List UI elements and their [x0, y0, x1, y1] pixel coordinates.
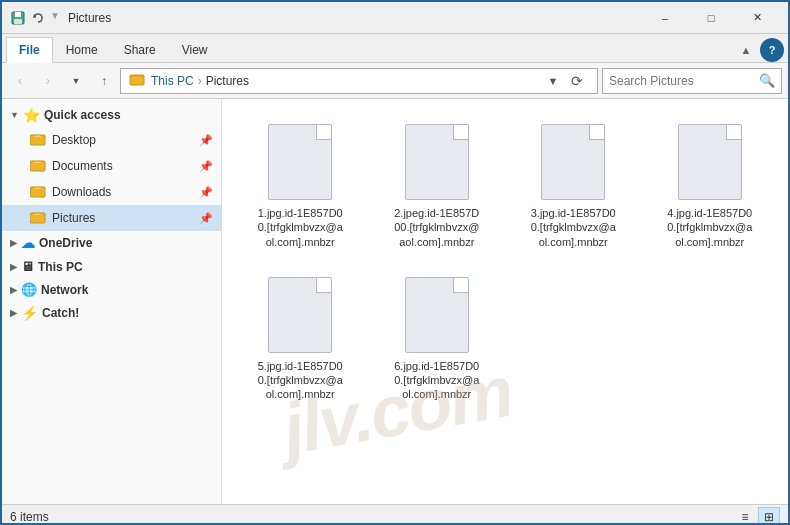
file-item-4[interactable]: 4.jpg.id-1E857D00.[trfgklmbvzx@aol.com].… — [646, 113, 775, 258]
sidebar-item-desktop[interactable]: Desktop 📌 — [2, 127, 221, 153]
tab-share[interactable]: Share — [111, 36, 169, 62]
this-pc-icon: 🖥 — [21, 259, 34, 274]
address-bar: ‹ › ▼ ↑ This PC › Pictures ▼ ⟳ 🔍 — [2, 63, 788, 99]
file-item-1[interactable]: 1.jpg.id-1E857D00.[trfgklmbvzx@aol.com].… — [236, 113, 365, 258]
help-button[interactable]: ? — [760, 38, 784, 62]
file-page-5 — [268, 277, 332, 353]
ribbon-collapse-button[interactable]: ▲ — [734, 38, 758, 62]
file-icon-2 — [397, 122, 477, 202]
save-icon[interactable] — [10, 10, 26, 26]
search-box[interactable]: 🔍 — [602, 68, 782, 94]
file-grid: 1.jpg.id-1E857D00.[trfgklmbvzx@aol.com].… — [232, 109, 778, 415]
pin-icon-documents: 📌 — [199, 160, 213, 173]
pictures-folder-icon — [30, 210, 46, 227]
forward-button[interactable]: › — [36, 69, 60, 93]
back-button[interactable]: ‹ — [8, 69, 32, 93]
file-icon-4 — [670, 122, 750, 202]
file-item-6[interactable]: 6.jpg.id-1E857D00.[trfgklmbvzx@aol.com].… — [373, 266, 502, 411]
file-icon-5 — [260, 275, 340, 355]
window-title: Pictures — [68, 11, 642, 25]
chevron-down-icon: ▼ — [10, 110, 19, 120]
title-bar: ▼ Pictures – □ ✕ — [2, 2, 788, 34]
svg-rect-1 — [15, 12, 21, 17]
file-name-2: 2.jpeg.id-1E857D00.[trfgklmbvzx@aol.com]… — [394, 206, 479, 249]
sidebar-section-quick-access[interactable]: ▼ ⭐ Quick access — [2, 103, 221, 127]
file-name-3: 3.jpg.id-1E857D00.[trfgklmbvzx@aol.com].… — [531, 206, 616, 249]
file-name-5: 5.jpg.id-1E857D00.[trfgklmbvzx@aol.com].… — [258, 359, 343, 402]
file-icon-6 — [397, 275, 477, 355]
sidebar-label-desktop: Desktop — [52, 133, 96, 147]
file-name-1: 1.jpg.id-1E857D00.[trfgklmbvzx@aol.com].… — [258, 206, 343, 249]
ribbon-tabs: File Home Share View ▲ ? — [2, 34, 788, 62]
pin-icon-desktop: 📌 — [199, 134, 213, 147]
sidebar-section-label-catch: Catch! — [42, 306, 79, 320]
onedrive-cloud-icon: ☁ — [21, 235, 35, 251]
title-bar-controls: – □ ✕ — [642, 2, 780, 34]
dropdown-nav-button[interactable]: ▼ — [64, 69, 88, 93]
pin-icon-pictures: 📌 — [199, 212, 213, 225]
file-icon-3 — [533, 122, 613, 202]
path-sep-1: › — [198, 74, 202, 88]
downloads-folder-icon — [30, 184, 46, 201]
up-button[interactable]: ↑ — [92, 69, 116, 93]
file-icon-1 — [260, 122, 340, 202]
grid-view-button[interactable]: ⊞ — [758, 507, 780, 526]
path-icon — [129, 71, 145, 90]
documents-folder-icon — [30, 158, 46, 175]
sidebar-section-label-quick-access: Quick access — [44, 108, 121, 122]
refresh-button[interactable]: ⟳ — [565, 69, 589, 93]
file-item-3[interactable]: 3.jpg.id-1E857D00.[trfgklmbvzx@aol.com].… — [509, 113, 638, 258]
quick-access-star-icon: ⭐ — [23, 107, 40, 123]
search-icon: 🔍 — [759, 73, 775, 88]
item-count: 6 items — [10, 510, 49, 524]
file-page-4 — [678, 124, 742, 200]
sidebar-section-catch[interactable]: ▶ ⚡ Catch! — [2, 301, 221, 325]
status-bar-right: ≡ ⊞ — [734, 507, 780, 526]
sidebar-item-downloads[interactable]: Downloads 📌 — [2, 179, 221, 205]
file-item-5[interactable]: 5.jpg.id-1E857D00.[trfgklmbvzx@aol.com].… — [236, 266, 365, 411]
chevron-right-icon-2: ▶ — [10, 262, 17, 272]
desktop-folder-icon — [30, 132, 46, 149]
chevron-right-icon: ▶ — [10, 238, 17, 248]
file-page-2 — [405, 124, 469, 200]
sidebar-label-documents: Documents — [52, 159, 113, 173]
content-area: 1.jpg.id-1E857D00.[trfgklmbvzx@aol.com].… — [222, 99, 788, 504]
pin-icon-downloads: 📌 — [199, 186, 213, 199]
tab-view[interactable]: View — [169, 36, 221, 62]
path-dropdown-button[interactable]: ▼ — [541, 69, 565, 93]
file-item-2[interactable]: 2.jpeg.id-1E857D00.[trfgklmbvzx@aol.com]… — [373, 113, 502, 258]
sidebar: ▼ ⭐ Quick access Desktop 📌 Documents 📌 D… — [2, 99, 222, 504]
sidebar-section-label-this-pc: This PC — [38, 260, 83, 274]
tab-home[interactable]: Home — [53, 36, 111, 62]
sidebar-section-label-network: Network — [41, 283, 88, 297]
ribbon: File Home Share View ▲ ? — [2, 34, 788, 63]
chevron-right-icon-3: ▶ — [10, 285, 17, 295]
sidebar-section-label-onedrive: OneDrive — [39, 236, 92, 250]
minimize-button[interactable]: – — [642, 2, 688, 34]
sidebar-section-this-pc[interactable]: ▶ 🖥 This PC — [2, 255, 221, 278]
address-path[interactable]: This PC › Pictures ▼ ⟳ — [120, 68, 598, 94]
title-bar-icons: ▼ — [10, 10, 60, 26]
path-pictures[interactable]: Pictures — [206, 74, 249, 88]
maximize-button[interactable]: □ — [688, 2, 734, 34]
sidebar-item-documents[interactable]: Documents 📌 — [2, 153, 221, 179]
dropdown-icon[interactable]: ▼ — [50, 10, 60, 26]
sidebar-label-pictures: Pictures — [52, 211, 95, 225]
network-icon: 🌐 — [21, 282, 37, 297]
sidebar-section-network[interactable]: ▶ 🌐 Network — [2, 278, 221, 301]
file-name-4: 4.jpg.id-1E857D00.[trfgklmbvzx@aol.com].… — [667, 206, 752, 249]
undo-icon[interactable] — [30, 10, 46, 26]
file-page-1 — [268, 124, 332, 200]
svg-rect-2 — [14, 19, 22, 24]
close-button[interactable]: ✕ — [734, 2, 780, 34]
sidebar-section-onedrive[interactable]: ▶ ☁ OneDrive — [2, 231, 221, 255]
search-input[interactable] — [609, 74, 755, 88]
tab-file[interactable]: File — [6, 37, 53, 63]
file-page-3 — [541, 124, 605, 200]
list-view-button[interactable]: ≡ — [734, 507, 756, 526]
file-page-6 — [405, 277, 469, 353]
sidebar-item-pictures[interactable]: Pictures 📌 — [2, 205, 221, 231]
chevron-right-icon-4: ▶ — [10, 308, 17, 318]
path-this-pc[interactable]: This PC — [151, 74, 194, 88]
sidebar-label-downloads: Downloads — [52, 185, 111, 199]
